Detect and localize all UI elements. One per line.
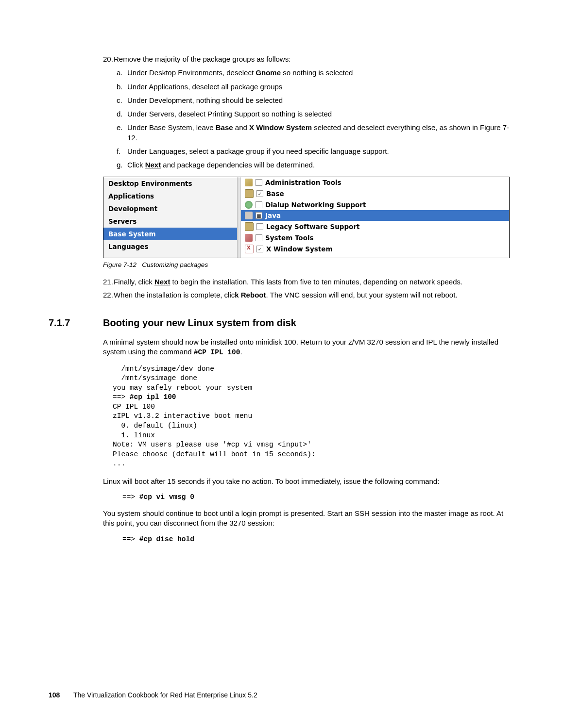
substep-a: a.Under Desktop Environments, deselect G… xyxy=(117,68,510,78)
tools-icon xyxy=(245,234,253,242)
pkg-legacy-software[interactable]: Legacy Software Support xyxy=(241,221,509,232)
step-number: 20. xyxy=(103,54,114,64)
pkg-system-tools[interactable]: System Tools xyxy=(241,232,509,243)
substep-f: f.Under Languages, select a package grou… xyxy=(117,147,510,156)
checkbox[interactable]: ✓ xyxy=(256,246,263,252)
page-footer: 108 The Virtualization Cookbook for Red … xyxy=(49,691,257,699)
code-block-1: /mnt/sysimage/dev done /mnt/sysimage don… xyxy=(113,364,510,469)
substep-e: e.Under Base System, leave Base and X Wi… xyxy=(117,123,510,143)
next-label: Next xyxy=(145,161,161,169)
checkbox[interactable]: ■ xyxy=(256,212,262,219)
pkg-label: X Window System xyxy=(266,245,333,253)
category-development[interactable]: Development xyxy=(103,202,237,215)
pkg-x-window-system[interactable]: ✓ X Window System xyxy=(241,243,509,255)
pkg-java[interactable]: ■ Java xyxy=(241,210,509,221)
wrench-icon xyxy=(245,179,253,186)
step-list-continued: 21.Finally, click Next to begin the inst… xyxy=(103,277,510,300)
checkbox[interactable] xyxy=(256,179,262,186)
java-icon xyxy=(245,212,253,219)
page-number: 108 xyxy=(49,691,60,699)
box-icon xyxy=(245,222,254,231)
section-heading: 7.1.7 Booting your new Linux system from… xyxy=(103,317,510,329)
pkg-label: Dialup Networking Support xyxy=(265,201,366,209)
globe-icon xyxy=(245,201,253,209)
checkbox[interactable] xyxy=(256,234,262,241)
section-para-1: A minimal system should now be installed… xyxy=(103,337,510,358)
package-panel: Administration Tools ✓ Base Dialup Netwo… xyxy=(241,177,509,258)
category-panel: Desktop Environments Applications Develo… xyxy=(103,177,237,258)
substep-b: b.Under Applications, deselect all packa… xyxy=(117,82,510,92)
box-icon xyxy=(245,189,254,198)
pkg-label: Base xyxy=(266,190,284,198)
pkg-label: System Tools xyxy=(265,234,314,242)
x-window-icon xyxy=(245,245,254,253)
pkg-label: Java xyxy=(265,212,281,219)
substep-list: a.Under Desktop Environments, deselect G… xyxy=(117,68,510,170)
step-21: 21.Finally, click Next to begin the inst… xyxy=(103,277,510,287)
step-22: 22.When the installation is complete, cl… xyxy=(103,290,510,300)
figure-7-12: Desktop Environments Applications Develo… xyxy=(103,177,510,258)
category-base-system[interactable]: Base System xyxy=(103,228,237,240)
section-para-3: You system should continue to boot until… xyxy=(103,509,510,529)
substep-g: g.Click Next and package dependencies wi… xyxy=(117,160,510,170)
category-desktop-environments[interactable]: Desktop Environments xyxy=(103,177,237,190)
substep-c: c.Under Development, nothing should be s… xyxy=(117,96,510,105)
pkg-dialup-networking[interactable]: Dialup Networking Support xyxy=(241,199,509,210)
pkg-administration-tools[interactable]: Administration Tools xyxy=(241,177,509,188)
pkg-label: Legacy Software Support xyxy=(266,223,360,231)
step-list: 20.Remove the majority of the package gr… xyxy=(103,54,510,170)
section-title: Booting your new Linux system from disk xyxy=(103,317,296,328)
section-number: 7.1.7 xyxy=(49,317,70,329)
figure-caption: Figure 7-12 Customizing packages xyxy=(103,261,510,268)
category-languages[interactable]: Languages xyxy=(103,240,237,253)
section-para-2: Linux will boot after 15 seconds if you … xyxy=(103,477,510,486)
category-servers[interactable]: Servers xyxy=(103,215,237,228)
next-label: Next xyxy=(154,278,171,286)
checkbox[interactable] xyxy=(256,201,262,208)
step-20: 20.Remove the majority of the package gr… xyxy=(103,54,510,170)
checkbox[interactable] xyxy=(256,223,263,230)
command-line-3: ==> #cp disc hold xyxy=(122,535,510,543)
substep-d: d.Under Servers, deselect Printing Suppo… xyxy=(117,109,510,119)
category-applications[interactable]: Applications xyxy=(103,190,237,202)
book-title: The Virtualization Cookbook for Red Hat … xyxy=(73,691,257,699)
step-text: Remove the majority of the package group… xyxy=(114,55,290,63)
checkbox[interactable]: ✓ xyxy=(256,190,263,197)
inline-command: #CP IPL 100 xyxy=(194,348,240,356)
panel-divider xyxy=(237,177,241,258)
pkg-label: Administration Tools xyxy=(265,179,341,186)
pkg-base[interactable]: ✓ Base xyxy=(241,188,509,199)
command-line-2: ==> #cp vi vmsg 0 xyxy=(122,493,510,501)
